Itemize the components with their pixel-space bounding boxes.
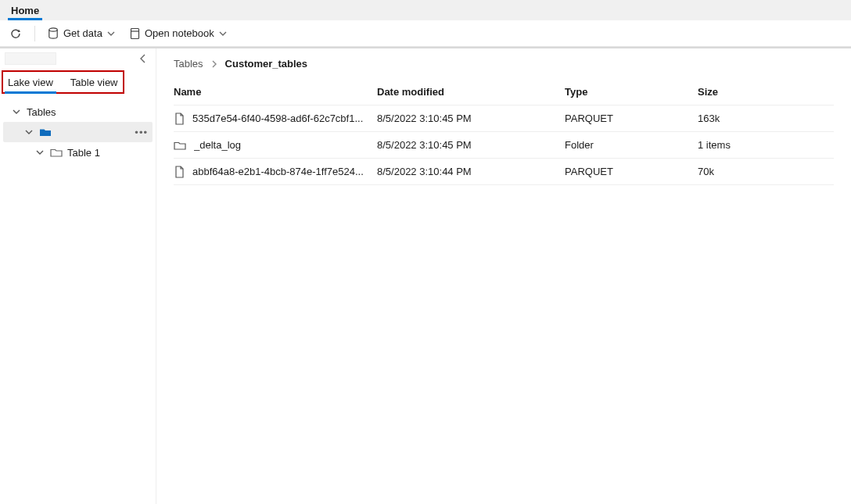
- cell-type: PARQUET: [565, 113, 698, 124]
- cell-size: 70k: [698, 166, 834, 177]
- chevron-left-icon: [139, 54, 147, 63]
- get-data-label: Get data: [63, 27, 102, 39]
- open-notebook-label: Open notebook: [145, 27, 214, 39]
- cell-name: abbf64a8-e2b1-4bcb-874e-1ff7e524...: [192, 166, 364, 177]
- file-icon: [174, 113, 185, 125]
- table-header: Name Date modified Type Size: [174, 79, 834, 105]
- ribbon-tab-home[interactable]: Home: [5, 2, 45, 20]
- cell-size: 1 items: [698, 139, 834, 151]
- col-name[interactable]: Name: [174, 86, 377, 98]
- toolbar-separator: [34, 26, 35, 41]
- tree-node-customer-tables[interactable]: •••: [3, 122, 153, 142]
- explorer-tree: Tables ••• Table 1: [0, 97, 156, 167]
- svg-point-0: [49, 27, 57, 30]
- open-notebook-button[interactable]: Open notebook: [124, 23, 232, 44]
- cell-size: 163k: [698, 113, 834, 124]
- cell-modified: 8/5/2022 3:10:44 PM: [377, 166, 565, 177]
- chevron-right-icon: [211, 60, 217, 68]
- main-panel: Tables Customer_tables Name Date modifie…: [156, 48, 851, 504]
- cell-modified: 8/5/2022 3:10:45 PM: [377, 139, 565, 151]
- file-table: Name Date modified Type Size 535d7e54-6f…: [174, 79, 834, 185]
- collapse-sidebar-button[interactable]: [135, 51, 151, 66]
- refresh-button[interactable]: [5, 23, 27, 44]
- toolbar: Get data Open notebook: [0, 20, 851, 47]
- ribbon-tabs: Home: [0, 0, 851, 20]
- tree-label: Table 1: [67, 147, 100, 159]
- workspace: Lake view Table view Tables •••: [0, 47, 851, 504]
- breadcrumb-root[interactable]: Tables: [174, 58, 203, 70]
- file-icon: [174, 166, 185, 178]
- col-size[interactable]: Size: [698, 86, 834, 98]
- tree-node-tables[interactable]: Tables: [3, 102, 153, 122]
- svg-rect-1: [131, 28, 138, 38]
- chevron-down-icon: [11, 108, 22, 116]
- tree-node-table-1[interactable]: Table 1: [3, 142, 153, 163]
- table-row[interactable]: _delta_log 8/5/2022 3:10:45 PM Folder 1 …: [174, 132, 834, 159]
- chevron-down-icon: [23, 128, 34, 136]
- sidebar: Lake view Table view Tables •••: [0, 48, 156, 504]
- chevron-down-icon: [107, 30, 115, 38]
- tab-lake-view[interactable]: Lake view: [6, 73, 55, 92]
- breadcrumb: Tables Customer_tables: [174, 58, 834, 70]
- table-row[interactable]: 535d7e54-6f40-4598-ad6f-62c7cbf1... 8/5/…: [174, 105, 834, 132]
- col-type[interactable]: Type: [565, 86, 698, 98]
- folder-icon: [174, 140, 186, 151]
- chevron-down-icon: [219, 30, 227, 38]
- col-modified[interactable]: Date modified: [377, 86, 565, 98]
- sidebar-title-chip: [5, 52, 56, 65]
- database-icon: [48, 27, 59, 40]
- breadcrumb-current: Customer_tables: [225, 58, 307, 70]
- chevron-down-icon: [34, 148, 45, 156]
- sidebar-header: [0, 48, 156, 69]
- view-tabs-highlight: Lake view Table view: [2, 70, 124, 94]
- cell-name: _delta_log: [194, 139, 241, 151]
- cell-type: PARQUET: [565, 166, 698, 177]
- cell-type: Folder: [565, 139, 698, 151]
- notebook-icon: [129, 27, 140, 40]
- folder-icon: [50, 147, 63, 158]
- refresh-icon: [9, 27, 22, 40]
- table-row[interactable]: abbf64a8-e2b1-4bcb-874e-1ff7e524... 8/5/…: [174, 159, 834, 185]
- tab-table-view[interactable]: Table view: [69, 73, 120, 92]
- cell-modified: 8/5/2022 3:10:45 PM: [377, 113, 565, 124]
- more-menu-button[interactable]: •••: [135, 127, 148, 138]
- cell-name: 535d7e54-6f40-4598-ad6f-62c7cbf1...: [192, 113, 363, 124]
- tree-label: Tables: [27, 106, 56, 118]
- get-data-button[interactable]: Get data: [43, 23, 120, 44]
- folder-open-icon: [39, 127, 52, 138]
